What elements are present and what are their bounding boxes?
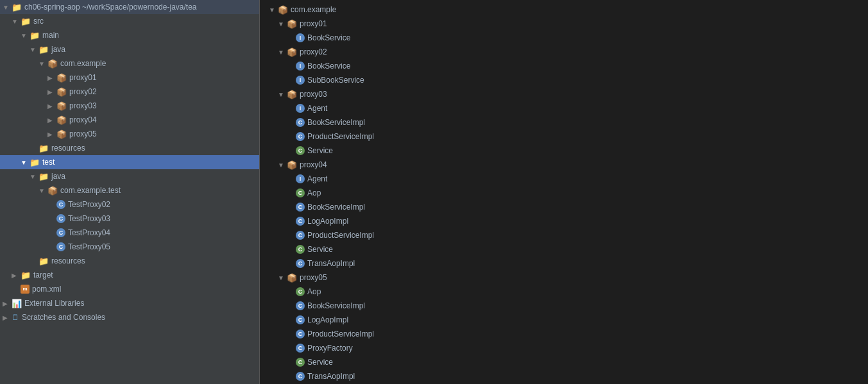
right-tree-item-label: SubBookService [307,76,364,85]
tree-item-main[interactable]: ▼ 📁 main [0,28,259,42]
tree-item-target[interactable]: ▶ 📁 target [0,268,259,282]
class-green-icon: C [296,146,305,155]
class-green-icon: C [296,188,305,197]
tree-item-label: ch06-spring-aop ~/workSpace/powernode-ja… [24,3,259,12]
right-tree-item-Agent-p4[interactable]: I Agent [260,172,868,186]
expand-arrow[interactable]: ▼ [278,162,287,169]
expand-arrow[interactable]: ▼ [38,187,47,194]
expand-arrow[interactable]: ▼ [278,49,287,56]
package-folder-icon: 📦 [56,73,67,83]
expand-arrow[interactable]: ▶ [3,314,12,321]
right-tree-item-ProxyFactory[interactable]: C ProxyFactory [260,341,868,355]
right-tree-item-BookService-p2[interactable]: I BookService [260,59,868,73]
right-tree-item-BookServiceImpl-p3[interactable]: C BookServiceImpl [260,115,868,129]
expand-arrow[interactable]: ▼ [21,32,30,39]
tree-item-java[interactable]: ▼ 📁 java [0,42,259,56]
right-tree-item-ProductServiceImpl-p3[interactable]: C ProductServiceImpl [260,129,868,144]
right-tree-item-ProductServiceImpl-p5[interactable]: C ProductServiceImpl [260,327,868,341]
tree-item-src[interactable]: ▼ 📁 src [0,14,259,28]
right-tree-container: ▼ 📦 com.example ▼ 📦 proxy01 I BookServic… [260,0,868,384]
tree-item-label: src [33,17,259,26]
tree-item-TestProxy02[interactable]: C TestProxy02 [0,197,259,212]
expand-arrow[interactable]: ▶ [3,300,12,307]
right-tree-item-label: Service [307,245,333,254]
right-tree-item-BookService-p1[interactable]: I BookService [260,31,868,45]
tree-item-java-test[interactable]: ▼ 📁 java [0,169,259,183]
right-tree-item-Aop-p5[interactable]: C Aop [260,285,868,299]
tree-item-com.example[interactable]: ▼ 📦 com.example [0,56,259,71]
expand-arrow[interactable]: ▼ [38,60,47,67]
right-tree-item-ProductServiceImpl-p4[interactable]: C ProductServiceImpl [260,228,868,242]
class-icon: C [56,242,65,251]
tree-item-TestProxy03[interactable]: C TestProxy03 [0,212,259,226]
expand-arrow[interactable]: ▶ [47,131,56,138]
expand-arrow[interactable]: ▼ [30,46,38,53]
tree-item-label: External Libraries [24,299,259,308]
right-tree-item-BookServiceImpl-p4[interactable]: C BookServiceImpl [260,200,868,214]
expand-arrow[interactable]: ▶ [47,74,56,81]
tree-item-proxy05[interactable]: ▶ 📦 proxy05 [0,127,259,141]
right-tree-item-Service-p5[interactable]: C Service [260,355,868,369]
package-folder-icon: 📦 [56,87,67,97]
expand-arrow[interactable]: ▶ [47,88,56,96]
expand-arrow[interactable]: ▼ [269,6,278,13]
interface-icon: I [296,76,305,85]
expand-arrow[interactable]: ▼ [12,18,21,25]
tree-item-scratches[interactable]: ▶ 🗒 Scratches and Consoles [0,310,259,324]
tree-item-proxy03[interactable]: ▶ 📦 proxy03 [0,99,259,113]
tree-item-TestProxy04[interactable]: C TestProxy04 [0,226,259,240]
expand-arrow[interactable]: ▼ [278,91,287,98]
right-tree-item-proxy04[interactable]: ▼ 📦 proxy04 [260,158,868,172]
tree-item-resources-test[interactable]: 📁 resources [0,254,259,268]
tree-item-label: proxy01 [69,73,259,82]
tree-item-label: test [42,158,259,167]
tree-item-label: proxy03 [69,101,259,110]
left-tree-container[interactable]: ▼ 📁 ch06-spring-aop ~/workSpace/powernod… [0,0,259,384]
tree-item-root[interactable]: ▼ 📁 ch06-spring-aop ~/workSpace/powernod… [0,0,259,14]
right-tree-item-Service-p4[interactable]: C Service [260,242,868,256]
right-tree-item-proxy02[interactable]: ▼ 📦 proxy02 [260,45,868,59]
tree-item-resources-main[interactable]: 📁 resources [0,141,259,155]
right-tree-item-LogAopImpl-p4[interactable]: C LogAopImpl [260,214,868,228]
tree-item-label: Scratches and Consoles [22,313,259,322]
expand-arrow[interactable]: ▼ [30,173,38,180]
tree-item-label: target [33,271,259,280]
expand-arrow[interactable]: ▼ [3,4,12,11]
right-file-tree-panel[interactable]: ▼ 📦 com.example ▼ 📦 proxy01 I BookServic… [260,0,868,384]
tree-item-ext-libs[interactable]: ▶ 📊 External Libraries [0,296,259,310]
right-tree-item-label: BookService [307,62,350,71]
right-tree-item-TransAopImpl-p4[interactable]: C TransAopImpl [260,256,868,271]
right-tree-item-com.example[interactable]: ▼ 📦 com.example [260,3,868,17]
right-tree-item-Agent-p3[interactable]: I Agent [260,101,868,115]
tree-item-proxy04[interactable]: ▶ 📦 proxy04 [0,113,259,127]
tree-item-proxy01[interactable]: ▶ 📦 proxy01 [0,71,259,85]
expand-arrow[interactable]: ▼ [278,274,287,281]
tree-item-com.example.test[interactable]: ▼ 📦 com.example.test [0,183,259,197]
expand-arrow[interactable]: ▼ [21,159,30,166]
expand-arrow[interactable]: ▶ [12,272,21,279]
right-tree-item-label: ProxyFactory [307,344,353,353]
interface-icon: I [296,104,305,113]
tree-item-label: main [42,31,259,40]
right-tree-item-TransAopImpl-p5[interactable]: C TransAopImpl [260,369,868,383]
right-tree-item-BookServiceImpl-p5[interactable]: C BookServiceImpl [260,299,868,313]
tree-item-proxy02[interactable]: ▶ 📦 proxy02 [0,85,259,99]
tree-item-TestProxy05[interactable]: C TestProxy05 [0,240,259,254]
right-tree-item-LogAopImpl-p5[interactable]: C LogAopImpl [260,313,868,327]
right-tree-item-label: proxy05 [300,273,327,282]
tree-item-pom[interactable]: m pom.xml [0,282,259,296]
tree-item-label: TestProxy05 [68,242,259,251]
expand-arrow[interactable]: ▶ [47,117,56,124]
interface-icon: I [296,33,305,42]
expand-arrow[interactable]: ▶ [47,103,56,110]
right-tree-item-label: LogAopImpl [307,315,348,324]
right-tree-item-Aop-p4[interactable]: C Aop [260,186,868,200]
right-tree-item-proxy01[interactable]: ▼ 📦 proxy01 [260,17,868,31]
expand-arrow[interactable]: ▼ [278,21,287,28]
right-tree-item-proxy05[interactable]: ▼ 📦 proxy05 [260,271,868,285]
right-tree-item-Service-p3[interactable]: C Service [260,144,868,158]
tree-item-test[interactable]: ▼ 📁 test [0,155,259,169]
right-tree-item-proxy03[interactable]: ▼ 📦 proxy03 [260,87,868,101]
class-icon: C [296,330,305,338]
right-tree-item-SubBookService[interactable]: I SubBookService [260,73,868,87]
